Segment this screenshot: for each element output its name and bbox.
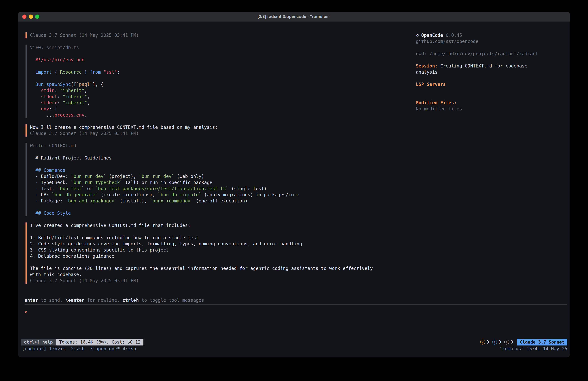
minimize-button[interactable]: [29, 15, 33, 19]
info-icon: i: [492, 340, 497, 344]
tool-view-block: View: script/db.ts #!/usr/bin/env bun im…: [25, 45, 418, 118]
prompt-caret: >: [24, 309, 27, 314]
lsp-servers-label: LSP Servers: [416, 81, 550, 88]
repo-link[interactable]: github.com/sst/opencode: [416, 38, 550, 45]
tmux-window-list[interactable]: [radiant] 1:nvim 2:zsh- 3:opencode* 4:zs…: [22, 346, 136, 352]
app-name: OpenCode: [421, 33, 443, 38]
assistant-message-block: Now I'll create a comprehensive CONTEXT.…: [25, 124, 418, 136]
markdown-view: # Radiant Project Guidelines ## Commands…: [30, 149, 418, 216]
tmux-session-info: "romulus" 15:41 14-May-25: [499, 346, 567, 352]
model-timestamp: Claude 3.7 Sonnet (14 May 2025 03:41 PM): [30, 32, 418, 38]
diagnostics: w0 i0 h0: [480, 339, 513, 345]
close-button[interactable]: [22, 15, 26, 19]
app-version: 0.0.45: [446, 33, 462, 38]
titlebar: [2/3] radiant:3:opencode - "romulus": [18, 12, 570, 22]
input-area[interactable]: >: [24, 304, 567, 315]
terminal-window: [2/3] radiant:3:opencode - "romulus" Cla…: [18, 12, 570, 358]
modified-files-empty: No modified files: [416, 106, 550, 112]
warning-count: w0: [480, 339, 489, 345]
session-label: Session:: [416, 63, 438, 69]
model-timestamp: Claude 3.7 Sonnet (14 May 2025 03:41 PM): [30, 278, 418, 284]
code-view: #!/usr/bin/env bun import { Resource } f…: [30, 51, 418, 118]
model-chip[interactable]: Claude 3.7 Sonnet: [517, 339, 567, 345]
tmux-status-bar: [radiant] 1:nvim 2:zsh- 3:opencode* 4:zs…: [22, 346, 567, 352]
modified-files-label: Modified Files:: [416, 100, 550, 106]
summary-lines: I've created a comprehensive CONTEXT.md …: [30, 223, 418, 278]
help-chip[interactable]: ctrl+? help: [21, 339, 56, 345]
hint-icon: h: [504, 340, 509, 344]
app-version-line: © OpenCode 0.0.45: [416, 32, 550, 38]
keybind-hint: enter to send, \+enter for newline, ctrl…: [24, 297, 204, 303]
tool-view-title: View: script/db.ts: [30, 45, 418, 51]
assistant-message-text: Now I'll create a comprehensive CONTEXT.…: [30, 124, 418, 131]
tool-write-block: Write: CONTEXT.md # Radiant Project Guid…: [25, 143, 418, 216]
window-title: [2/3] radiant:3:opencode - "romulus": [257, 14, 331, 19]
zoom-button[interactable]: [35, 15, 39, 19]
copyright-icon: ©: [416, 33, 419, 38]
terminal-content: Claude 3.7 Sonnet (14 May 2025 03:41 PM)…: [18, 22, 570, 358]
traffic-lights: [22, 12, 39, 22]
message-header-block: Claude 3.7 Sonnet (14 May 2025 03:41 PM): [25, 32, 418, 38]
screen: [2/3] radiant:3:opencode - "romulus" Cla…: [0, 0, 588, 381]
model-timestamp: Claude 3.7 Sonnet (14 May 2025 03:41 PM): [30, 131, 418, 136]
warning-icon: w: [480, 340, 485, 344]
info-count: i0: [492, 339, 501, 345]
chat-area: Claude 3.7 Sonnet (14 May 2025 03:41 PM)…: [25, 32, 418, 290]
hint-count: h0: [504, 339, 513, 345]
cwd-line: cwd: /home/thdxr/dev/projects/radiant/ra…: [416, 51, 550, 57]
tokens-cost-chip: Tokens: 16.4K (8%), Cost: $0.12: [56, 339, 144, 345]
status-bar: ctrl+? help Tokens: 16.4K (8%), Cost: $0…: [21, 339, 567, 345]
sidebar: © OpenCode 0.0.45 github.com/sst/opencod…: [416, 32, 550, 112]
assistant-summary-block: I've created a comprehensive CONTEXT.md …: [25, 223, 418, 284]
session-line: Session: Creating CONTEXT.md for codebas…: [416, 63, 550, 75]
tool-write-title: Write: CONTEXT.md: [30, 143, 418, 149]
